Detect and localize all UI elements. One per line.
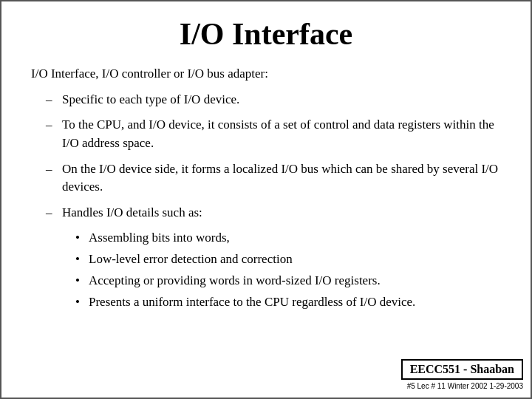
sub-bullet-2: • Low-level error detection and correcti… bbox=[75, 250, 501, 268]
footer-badge: EECC551 - Shaaban bbox=[401, 359, 523, 380]
bullet-item-1: – Specific to each type of I/O device. bbox=[31, 91, 501, 109]
sub-text-2: Low-level error detection and correction bbox=[89, 250, 293, 268]
bullet-item-3: – On the I/O device side, it forms a loc… bbox=[31, 160, 501, 197]
bullet-item-4: – Handles I/O details such as: bbox=[31, 204, 501, 222]
sub-bullet-4: • Presents a uniform interface to the CP… bbox=[75, 293, 501, 311]
bullet-dash-2: – bbox=[46, 116, 62, 134]
sub-text-1: Assembling bits into words, bbox=[89, 229, 230, 247]
sub-bullet-1: • Assembling bits into words, bbox=[75, 229, 501, 247]
bullet-dash-1: – bbox=[46, 91, 62, 109]
sub-text-3: Accepting or providing words in word-siz… bbox=[89, 272, 381, 290]
footer-info: #5 Lec # 11 Winter 2002 1-29-2003 bbox=[407, 382, 523, 390]
sub-bullets: • Assembling bits into words, • Low-leve… bbox=[31, 229, 501, 310]
bullet-dash-4: – bbox=[46, 204, 62, 222]
bullet-text-3: On the I/O device side, it forms a local… bbox=[62, 160, 501, 197]
sub-dot-3: • bbox=[75, 272, 89, 290]
slide-content: I/O Interface, I/O controller or I/O bus… bbox=[31, 65, 501, 311]
bullet-dash-3: – bbox=[46, 160, 62, 179]
bullet-text-2: To the CPU, and I/O device, it consists … bbox=[62, 116, 501, 152]
sub-dot-4: • bbox=[75, 293, 89, 311]
bullet-item-2: – To the CPU, and I/O device, it consist… bbox=[31, 116, 501, 152]
slide-title: I/O Interface bbox=[31, 16, 501, 52]
intro-line: I/O Interface, I/O controller or I/O bus… bbox=[31, 65, 501, 83]
sub-bullet-3: • Accepting or providing words in word-s… bbox=[75, 272, 501, 290]
sub-dot-2: • bbox=[75, 250, 89, 268]
sub-dot-1: • bbox=[75, 229, 89, 247]
bullet-text-4: Handles I/O details such as: bbox=[62, 204, 202, 222]
sub-text-4: Presents a uniform interface to the CPU … bbox=[89, 293, 415, 311]
slide: I/O Interface I/O Interface, I/O control… bbox=[0, 0, 532, 399]
footer: EECC551 - Shaaban #5 Lec # 11 Winter 200… bbox=[401, 359, 523, 390]
bullet-text-1: Specific to each type of I/O device. bbox=[62, 91, 239, 109]
